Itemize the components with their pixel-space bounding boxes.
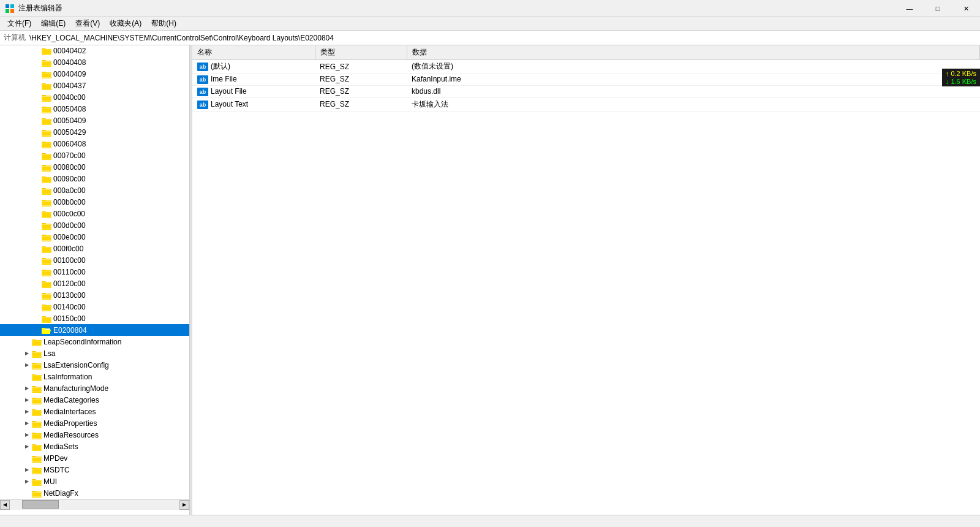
folder-icon (32, 454, 42, 463)
tree-item[interactable]: 000a0c00 (0, 184, 189, 196)
tree-item[interactable]: 00040402 (0, 45, 189, 56)
expand-btn[interactable] (22, 360, 32, 370)
tree-item[interactable]: E0200804 (0, 324, 189, 336)
tree-item[interactable]: 00050409 (0, 115, 189, 126)
tree-item[interactable]: 00050429 (0, 126, 189, 138)
folder-icon (42, 140, 51, 148)
scroll-left-btn[interactable]: ◀ (0, 500, 10, 510)
tree-item[interactable]: 00120c00 (0, 278, 189, 289)
folder-icon (32, 419, 42, 428)
tree-item[interactable]: 00130c00 (0, 289, 189, 301)
tree-item[interactable]: ManufacturingMode (0, 382, 189, 394)
folder-icon (32, 384, 42, 393)
tree-item-label: MUI (43, 477, 57, 486)
maximize-button[interactable]: □ (924, 0, 952, 17)
tree-item[interactable]: 00060408 (0, 138, 189, 150)
svg-rect-28 (42, 97, 51, 100)
menu-favorites[interactable]: 收藏夹(A) (105, 17, 146, 30)
table-row[interactable]: abIme FileREG_SZKafanInput.ime (192, 74, 980, 86)
svg-rect-118 (42, 306, 51, 310)
tree-item[interactable]: 00040409 (0, 68, 189, 80)
tree-item[interactable]: MediaSets (0, 441, 189, 452)
menu-edit[interactable]: 编辑(E) (36, 17, 70, 30)
folder-icon (32, 408, 42, 416)
tree-item[interactable]: 00150c00 (0, 313, 189, 324)
tree-item[interactable]: NetDiagFx (0, 487, 189, 499)
tree-item[interactable]: 00040408 (0, 56, 189, 68)
table-row[interactable]: ab(默认)REG_SZ(数值未设置) (192, 60, 980, 74)
scroll-right-btn[interactable]: ▶ (179, 500, 189, 510)
tree-item-label: 00040437 (53, 82, 86, 90)
table-row[interactable]: abLayout FileREG_SZkbdus.dll (192, 85, 980, 97)
menu-help[interactable]: 帮助(H) (146, 17, 181, 30)
expand-btn[interactable] (22, 465, 32, 475)
tree-item[interactable]: MediaResources (0, 429, 189, 441)
tree-item[interactable]: 00090c00 (0, 173, 189, 184)
expand-btn[interactable] (22, 477, 32, 487)
col-data[interactable]: 数据 (407, 45, 980, 60)
close-button[interactable]: ✕ (952, 0, 980, 17)
tree-item[interactable]: 000d0c00 (0, 219, 189, 231)
tree-item-label: 00150c00 (53, 314, 86, 323)
menu-bar: 文件(F) 编辑(E) 查看(V) 收藏夹(A) 帮助(H) (0, 17, 980, 31)
scroll-track[interactable] (10, 500, 179, 510)
tree-item[interactable]: 000e0c00 (0, 231, 189, 243)
expand-btn[interactable] (22, 384, 32, 393)
expand-btn[interactable] (22, 349, 32, 358)
tree-item-label: 00080c00 (53, 163, 86, 172)
svg-rect-13 (42, 62, 51, 66)
tree-item[interactable]: MSDTC (0, 464, 189, 476)
tree-item[interactable]: LsaInformation (0, 371, 189, 382)
tree-item-label: 00100c00 (53, 256, 86, 265)
expand-btn[interactable] (22, 407, 32, 417)
menu-view[interactable]: 查看(V) (70, 17, 105, 30)
tree-item[interactable]: MPDev (0, 452, 189, 464)
svg-rect-58 (42, 167, 51, 170)
tree-item[interactable]: 00070c00 (0, 150, 189, 161)
folder-icon (32, 396, 42, 404)
tree-item[interactable]: 00050408 (0, 103, 189, 115)
expand-btn[interactable] (22, 419, 32, 428)
folder-icon (42, 233, 51, 241)
svg-rect-182 (32, 458, 41, 461)
tree-scroll[interactable]: 00040402 00040408 00040409 00040437 0004… (0, 45, 189, 499)
col-name[interactable]: 名称 (192, 45, 315, 60)
col-type[interactable]: 类型 (315, 45, 407, 60)
svg-rect-167 (32, 423, 41, 427)
tree-item[interactable]: MediaInterfaces (0, 406, 189, 417)
menu-file[interactable]: 文件(F) (2, 17, 36, 30)
tree-item[interactable]: LsaExtensionConfig (0, 359, 189, 371)
tree-item[interactable]: 00080c00 (0, 161, 189, 173)
tree-item-label: 00040409 (53, 70, 86, 78)
minimize-button[interactable]: — (895, 0, 924, 17)
tree-item[interactable]: 00110c00 (0, 266, 189, 278)
expand-btn[interactable] (22, 442, 32, 452)
scroll-thumb[interactable] (22, 500, 59, 509)
tree-item[interactable]: MUI (0, 476, 189, 487)
svg-rect-152 (32, 388, 41, 392)
folder-icon (42, 47, 51, 55)
tree-item[interactable]: 00040437 (0, 80, 189, 91)
tree-item[interactable]: Lsa (0, 347, 189, 359)
tree-item[interactable]: 00100c00 (0, 254, 189, 266)
tree-h-scrollbar[interactable]: ◀ ▶ (0, 499, 189, 509)
folder-icon (42, 70, 51, 78)
expand-btn[interactable] (22, 430, 32, 440)
folder-icon (42, 210, 51, 218)
table-row[interactable]: abLayout TextREG_SZ卡坂输入法 (192, 97, 980, 111)
tree-item-label: E0200804 (53, 326, 87, 335)
tree-item[interactable]: 00040c00 (0, 91, 189, 103)
tree-item[interactable]: LeapSecondInformation (0, 336, 189, 347)
cell-type: REG_SZ (315, 60, 407, 74)
tree-item[interactable]: 000b0c00 (0, 196, 189, 208)
tree-item[interactable]: MediaCategories (0, 394, 189, 406)
expand-btn[interactable] (22, 395, 32, 405)
tree-item[interactable]: 000c0c00 (0, 208, 189, 219)
tree-item[interactable]: 000f0c00 (0, 243, 189, 254)
svg-rect-125 (42, 328, 45, 330)
tree-item[interactable]: 00140c00 (0, 301, 189, 313)
tree-item[interactable]: MediaProperties (0, 417, 189, 429)
tree-item-label: MPDev (43, 454, 67, 463)
folder-icon (32, 477, 42, 486)
reg-ab-icon: ab (197, 88, 208, 96)
